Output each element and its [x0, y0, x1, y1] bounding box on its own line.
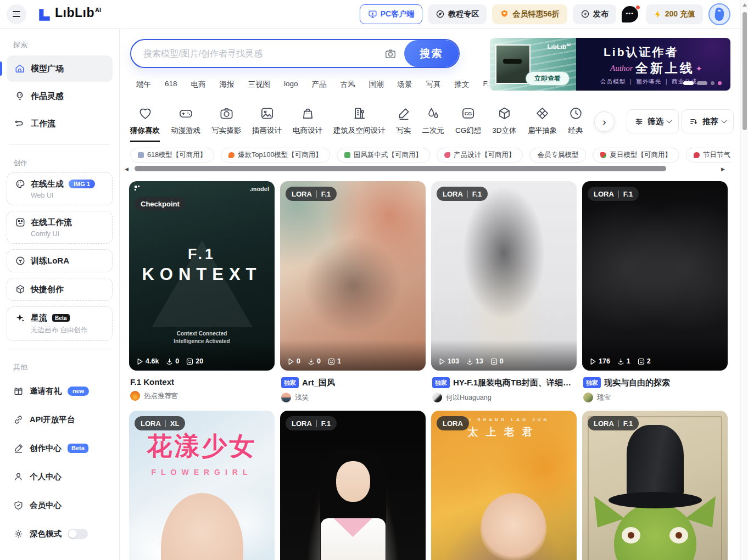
publish-button[interactable]: 发布: [573, 4, 616, 24]
quick-tag[interactable]: 618: [165, 80, 177, 89]
page-scrollbar[interactable]: [740, 0, 748, 560]
new-badge: new: [68, 387, 89, 396]
filter-button[interactable]: 筛选: [627, 109, 679, 133]
pixel-corner-icon: [135, 186, 140, 191]
tutorial-button[interactable]: 教程专区: [428, 4, 487, 24]
chip-top100[interactable]: 爆款Top100模型【可商用】: [221, 148, 330, 163]
cart-icon: [138, 152, 144, 158]
scrollbar-thumb[interactable]: [743, 12, 747, 130]
hscroll-left-icon[interactable]: ◀: [125, 166, 129, 172]
quick-tag[interactable]: 海报: [220, 80, 235, 89]
sidebar-item-quick-create[interactable]: 快捷创作: [7, 278, 113, 301]
card-author[interactable]: 瑞宝: [583, 393, 727, 402]
sidebar-item-personal-center[interactable]: 个人中心: [0, 462, 119, 491]
quick-tag[interactable]: 国潮: [369, 80, 384, 89]
chip-member-models[interactable]: 会员专属模型: [529, 148, 586, 163]
category-tab-cg-fantasy[interactable]: CG CG幻想: [455, 106, 481, 142]
sidebar-item-inspiration[interactable]: 作品灵感: [7, 83, 113, 109]
scroll-up-icon[interactable]: [743, 3, 747, 7]
quick-tag[interactable]: logo: [284, 80, 298, 89]
image-search-icon[interactable]: [384, 48, 397, 60]
quick-tag[interactable]: 三视图: [248, 80, 271, 89]
category-tab-illustration[interactable]: 插画设计: [252, 106, 282, 142]
recharge-button[interactable]: 200 充值: [646, 4, 703, 24]
model-card-cjzfont[interactable]: TAI SHANG LAO JUN 太上老君 CJZFONT LORA: [431, 411, 577, 560]
quick-tag[interactable]: 古风: [340, 80, 355, 89]
messages-button[interactable]: •••: [622, 5, 640, 24]
search-input[interactable]: [131, 49, 384, 59]
model-type-badge: LORAF.1: [437, 187, 488, 201]
workflow-icon: [14, 118, 25, 129]
promo-banner[interactable]: LıbLıbAI 立即查看 Lib认证作者 Author 全新上线 ✦ 会员模型…: [490, 38, 730, 91]
author-avatar: [583, 393, 593, 402]
dark-mode-toggle[interactable]: [68, 529, 88, 539]
card-image: LORAF.1: [582, 411, 728, 560]
quick-tag[interactable]: 产品: [312, 80, 327, 89]
sidebar-item-creator-center[interactable]: 创作中心 Beta: [0, 434, 119, 462]
member-promo-button[interactable]: 会员特惠56折: [492, 4, 567, 24]
category-tab-3d[interactable]: 3D立体: [492, 106, 516, 142]
model-card-sailor-girl[interactable]: LORAF.1: [280, 411, 426, 560]
quick-tag[interactable]: 推文: [455, 80, 470, 89]
chip-summer-models[interactable]: 夏日模型【可商用】: [593, 148, 679, 163]
model-card-reality-freedom[interactable]: LORAF.1 176 1 2 独家 现实与自由的探索 瑞宝: [582, 181, 728, 411]
plus-circle-icon: [580, 9, 590, 19]
quick-tag[interactable]: 电商: [191, 80, 206, 89]
sort-button[interactable]: 推荐: [682, 109, 734, 133]
sidebar-item-invite[interactable]: 邀请有礼 new: [0, 377, 119, 405]
user-avatar[interactable]: [708, 3, 730, 25]
sidebar-item-workflow[interactable]: 工作流: [7, 110, 113, 137]
hscroll-right-icon[interactable]: ▶: [721, 166, 725, 172]
chip-product-design[interactable]: 产品设计【可商用】: [437, 148, 523, 163]
sidebar-item-online-workflow[interactable]: 在线工作流 Comfy UI: [7, 211, 113, 244]
model-card-flower-girl[interactable]: LORAXL 花漾少女 FLOWERGIRL: [129, 411, 275, 560]
menu-toggle-icon[interactable]: [7, 4, 26, 24]
sidebar-item-train-lora[interactable]: 训练LoRA: [7, 249, 113, 272]
sidebar-item-model-plaza[interactable]: 模型广场: [7, 55, 113, 82]
chip-guofeng[interactable]: 国风新中式【可商用】: [337, 148, 430, 163]
card-author[interactable]: 热点推荐官: [130, 391, 273, 401]
chip-618-models[interactable]: 618模型【可商用】: [130, 148, 214, 163]
category-tab-architecture[interactable]: 建筑及空间设计: [333, 106, 386, 142]
model-card-green-cat[interactable]: LORAF.1: [582, 411, 728, 560]
quick-tag[interactable]: 写真: [426, 80, 441, 89]
train-target-icon: [15, 255, 26, 266]
card-author[interactable]: 何以Huaguang: [432, 393, 576, 402]
quick-tag[interactable]: 场景: [398, 80, 412, 89]
sidebar-item-member-center[interactable]: 会员中心: [0, 491, 119, 519]
model-card-art-guofeng[interactable]: LORAF.1 0 0 1 独家 Art_国风 浅笑: [280, 181, 426, 411]
sidebar-item-xingliu[interactable]: 星流 Beta 无边画布 自由创作: [7, 306, 113, 341]
category-tab-flat-abstract[interactable]: 扁平抽象: [528, 106, 557, 142]
gallery-icon: [490, 358, 498, 365]
model-card-f1-kontext[interactable]: Checkpoint .model F.1 KONTEXT Context Co…: [129, 181, 275, 411]
category-tab-realistic[interactable]: 写实: [397, 106, 411, 142]
top-header: LıbLıb AI PC客户端 教程专区 会员特惠56折 发: [0, 0, 748, 29]
category-tab-guess-you-like[interactable]: 猜你喜欢: [130, 106, 160, 142]
art-subtitle: FLOWERGIRL: [129, 468, 275, 477]
chip-festival-models[interactable]: 节日节气【可商用】: [686, 148, 730, 163]
model-card-hy-fashion[interactable]: LORAF.1 103 13 0 独家 HY-F.1服装电商TB封面、详细页搭.…: [431, 181, 577, 411]
quick-tag[interactable]: 端午: [136, 80, 151, 89]
sidebar-item-online-generate[interactable]: 在线生成 IMG 1 Web UI: [7, 172, 113, 205]
author-avatar: [432, 393, 442, 402]
sidebar-item-dark-mode: 深色模式: [0, 519, 119, 548]
pc-client-button[interactable]: PC客户端: [360, 4, 422, 24]
palette-icon: [15, 178, 26, 189]
banner-cta-button[interactable]: 立即查看: [526, 71, 570, 86]
search-button[interactable]: 搜索: [404, 40, 459, 67]
liblib-logo[interactable]: LıbLıb AI: [37, 5, 101, 23]
cube-icon: [15, 284, 26, 295]
category-tab-photography[interactable]: 写实摄影: [211, 106, 241, 142]
category-scroll-next-button[interactable]: ›: [594, 111, 615, 132]
category-tab-classic[interactable]: 经典: [568, 106, 583, 142]
category-tab-ecommerce[interactable]: 电商设计: [293, 106, 322, 142]
member-badge-icon: [500, 9, 509, 19]
rocket-icon: [444, 152, 450, 158]
category-tab-anime-style[interactable]: 二次元: [422, 106, 445, 142]
carousel-indicators[interactable]: [683, 81, 722, 85]
category-tab-anime-game[interactable]: 动漫游戏: [171, 106, 200, 142]
card-author[interactable]: 浅笑: [281, 393, 425, 402]
sidebar-item-api[interactable]: API开放平台: [0, 405, 119, 434]
horizontal-scrollbar[interactable]: [135, 166, 666, 171]
card-stats: 0 0 1: [280, 340, 426, 371]
